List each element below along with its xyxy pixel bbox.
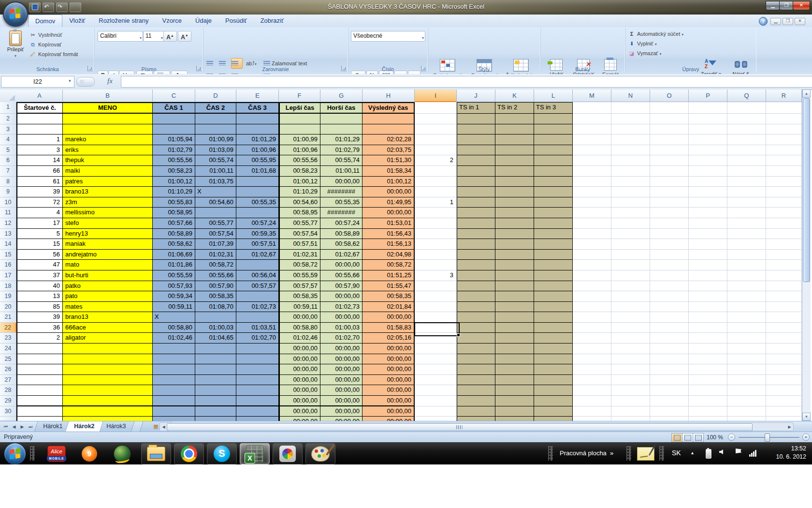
- cell-Q5[interactable]: [727, 145, 766, 156]
- cell-M9[interactable]: [573, 187, 611, 197]
- cell-D16[interactable]: 00:58,72: [195, 260, 236, 270]
- cell-E25[interactable]: [236, 354, 279, 365]
- language-indicator[interactable]: SK: [672, 449, 681, 457]
- cell-P4[interactable]: [689, 134, 727, 145]
- cell-K20[interactable]: [495, 302, 534, 313]
- cell-L27[interactable]: [534, 375, 573, 386]
- cell-P5[interactable]: [689, 145, 727, 156]
- last-sheet-icon[interactable]: ⏭: [27, 423, 34, 431]
- cell-M27[interactable]: [573, 375, 611, 386]
- cell-F5[interactable]: 01:00,96: [279, 145, 320, 156]
- column-header-B[interactable]: B: [63, 90, 153, 102]
- cell-H1[interactable]: Výsledný čas: [362, 102, 415, 114]
- cell-P17[interactable]: [689, 270, 727, 281]
- cell-K2[interactable]: [495, 114, 534, 124]
- cell-O17[interactable]: [650, 270, 689, 281]
- cell-D13[interactable]: 00:57,54: [195, 229, 236, 239]
- cell-J1[interactable]: TS in 1: [457, 102, 495, 114]
- cell-O14[interactable]: [650, 239, 689, 250]
- cell-O15[interactable]: [650, 250, 689, 260]
- cell-M22[interactable]: [573, 323, 611, 333]
- cell-A22[interactable]: 36: [16, 323, 63, 333]
- cell-Q28[interactable]: [727, 385, 766, 396]
- first-sheet-icon[interactable]: ⏮: [2, 423, 10, 431]
- cell-B28[interactable]: [63, 385, 153, 396]
- cell-K25[interactable]: [495, 354, 534, 365]
- cell-C21[interactable]: X: [153, 312, 195, 323]
- cell-R18[interactable]: [766, 281, 802, 292]
- cell-N21[interactable]: [611, 312, 650, 323]
- cell-I10[interactable]: 1: [415, 197, 457, 208]
- cell-E10[interactable]: 00:55,35: [236, 197, 279, 208]
- cell-G12[interactable]: 00:57,24: [320, 218, 362, 229]
- cell-M20[interactable]: [573, 302, 611, 313]
- cell-Q11[interactable]: [727, 208, 766, 218]
- cell-I9[interactable]: [415, 187, 457, 197]
- cell-E19[interactable]: [236, 291, 279, 302]
- cell-E2[interactable]: [236, 114, 279, 124]
- cell-F10[interactable]: 00:54,60: [279, 197, 320, 208]
- cell-A11[interactable]: 4: [16, 208, 63, 218]
- cell-F24[interactable]: 00:00,00: [279, 344, 320, 354]
- cell-C24[interactable]: [153, 344, 195, 354]
- cell-K13[interactable]: [495, 229, 534, 239]
- action-center-flag-icon[interactable]: [736, 448, 741, 453]
- row-header-25[interactable]: 25: [0, 354, 16, 365]
- cell-A4[interactable]: 1: [16, 134, 63, 145]
- cell-F15[interactable]: 01:02,31: [279, 250, 320, 260]
- cell-H8[interactable]: 01:00,12: [362, 177, 415, 187]
- desktop-toolbar[interactable]: Pracovná plocha »: [560, 442, 613, 464]
- network-signal-icon[interactable]: [749, 449, 757, 457]
- column-header-G[interactable]: G: [320, 90, 362, 102]
- cell-H15[interactable]: 02:04,98: [362, 250, 415, 260]
- cell-P19[interactable]: [689, 291, 727, 302]
- cut-button[interactable]: ✂Vystrihnúť: [29, 31, 62, 39]
- column-header-F[interactable]: F: [279, 90, 320, 102]
- minimize-button[interactable]: ▁: [766, 1, 780, 10]
- tab-vlo-i-[interactable]: Vložiť: [62, 15, 92, 27]
- cell-K5[interactable]: [495, 145, 534, 156]
- scroll-down-icon[interactable]: ▼: [802, 413, 811, 421]
- cell-D22[interactable]: 01:00,03: [195, 323, 236, 333]
- cell-B12[interactable]: stefo: [63, 218, 153, 229]
- cell-O16[interactable]: [650, 260, 689, 270]
- cell-I30[interactable]: [415, 406, 457, 417]
- cell-Q25[interactable]: [727, 354, 766, 365]
- cell-F23[interactable]: 01:02,46: [279, 333, 320, 344]
- cell-H3[interactable]: [362, 124, 415, 135]
- name-box[interactable]: I22: [1, 76, 74, 88]
- cell-R5[interactable]: [766, 145, 802, 156]
- cell-Q17[interactable]: [727, 270, 766, 281]
- cell-O13[interactable]: [650, 229, 689, 239]
- cell-H23[interactable]: 02:05,16: [362, 333, 415, 344]
- cell-G18[interactable]: 00:57,90: [320, 281, 362, 292]
- cell-H26[interactable]: 00:00,00: [362, 364, 415, 375]
- cell-A14[interactable]: 15: [16, 239, 63, 250]
- cell-N1[interactable]: [611, 102, 650, 114]
- cell-R11[interactable]: [766, 208, 802, 218]
- scroll-left-icon[interactable]: ◀: [160, 424, 167, 431]
- cell-P30[interactable]: [689, 406, 727, 417]
- cell-L3[interactable]: [534, 124, 573, 135]
- cell-A8[interactable]: 61: [16, 177, 63, 187]
- cell-L14[interactable]: [534, 239, 573, 250]
- cell-A5[interactable]: 3: [16, 145, 63, 156]
- workbook-close-button[interactable]: ✕: [795, 18, 805, 25]
- cell-I17[interactable]: 3: [415, 270, 457, 281]
- cell-F16[interactable]: 00:58,72: [279, 260, 320, 270]
- workbook-restore-button[interactable]: ❐: [783, 18, 793, 25]
- cell-P31[interactable]: [689, 417, 727, 421]
- cell-N29[interactable]: [611, 396, 650, 406]
- cell-E24[interactable]: [236, 344, 279, 354]
- cell-Q30[interactable]: [727, 406, 766, 417]
- cell-O27[interactable]: [650, 375, 689, 386]
- column-header-P[interactable]: P: [689, 90, 727, 102]
- cell-B17[interactable]: but-hurti: [63, 270, 153, 281]
- cell-K21[interactable]: [495, 312, 534, 323]
- cell-A30[interactable]: [16, 406, 63, 417]
- cell-A18[interactable]: 40: [16, 281, 63, 292]
- fill-button[interactable]: ⬇Vyplniť ▾: [628, 40, 657, 48]
- horizontal-scrollbar[interactable]: ◀ ▶: [160, 422, 794, 431]
- cell-D14[interactable]: 01:07,39: [195, 239, 236, 250]
- cell-C7[interactable]: 00:58,23: [153, 166, 195, 177]
